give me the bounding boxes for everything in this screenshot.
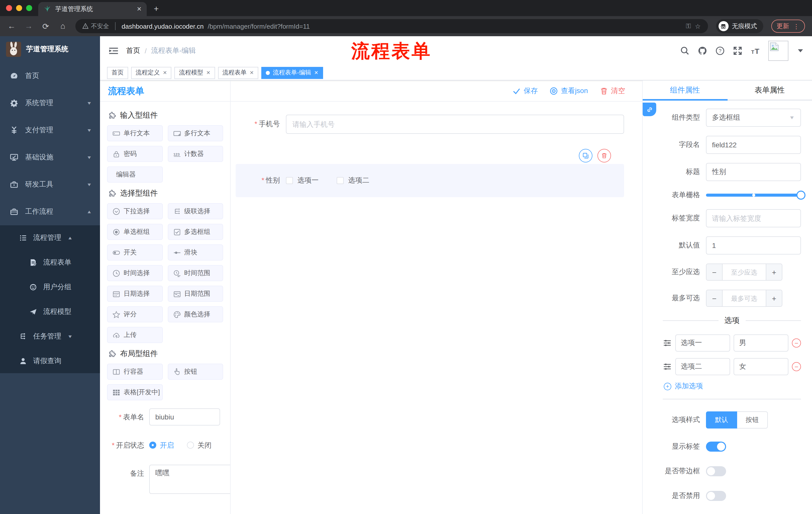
minimize-window-button[interactable] [16, 5, 22, 11]
palette-item-cascader[interactable]: 级联选择 [168, 203, 223, 219]
style-button-button[interactable]: 按钮 [737, 411, 768, 429]
palette-item-upload[interactable]: 上传 [107, 327, 163, 343]
back-icon[interactable]: ← [7, 22, 16, 31]
search-icon[interactable] [680, 46, 689, 55]
gender-option-2-checkbox[interactable]: 选项二 [337, 176, 369, 185]
component-type-select[interactable]: 多选框组 ▼ [706, 109, 801, 127]
save-button[interactable]: 保存 [513, 86, 538, 95]
tab-component-props[interactable]: 组件属性 [643, 80, 727, 100]
not-secure-warning[interactable]: 不安全 [82, 22, 109, 30]
palette-item-table[interactable]: 表格[开发中] [107, 384, 163, 400]
remove-option-button[interactable]: − [792, 339, 801, 348]
browser-tab[interactable]: 芋道管理系统 ✕ [38, 2, 147, 16]
sidebar-item-process-model[interactable]: 流程模型 [0, 299, 100, 324]
sidebar-item-workflow[interactable]: 工作流程 ▲ [0, 198, 100, 225]
help-icon[interactable]: ? [716, 46, 725, 55]
palette-item-date-range[interactable]: 日期范围 [168, 286, 223, 302]
font-size-icon[interactable]: TT [751, 46, 760, 55]
link-icon[interactable] [643, 103, 656, 116]
delete-widget-button[interactable] [598, 149, 611, 162]
password-key-icon[interactable]: ⚿ [686, 22, 691, 30]
tag-home[interactable]: 首页 [107, 66, 128, 79]
sidebar-item-task-mgmt[interactable]: 任务管理 ▼ [0, 324, 100, 349]
sidebar-collapse-icon[interactable] [109, 47, 118, 54]
palette-item-counter[interactable]: 123计数器 [168, 146, 223, 162]
breadcrumb-home[interactable]: 首页 [126, 46, 140, 55]
drag-handle-icon[interactable] [663, 339, 672, 348]
tag-process-definition[interactable]: 流程定义✕ [131, 66, 172, 79]
palette-item-time-picker[interactable]: 时间选择 [107, 265, 163, 281]
decrease-button[interactable]: − [706, 264, 723, 280]
palette-item-date-picker[interactable]: 日期选择 [107, 286, 163, 302]
sidebar-item-devtools[interactable]: 研发工具 ▼ [0, 171, 100, 198]
home-icon[interactable]: ⌂ [58, 22, 67, 31]
address-bar[interactable]: 不安全 dashboard.yudao.iocoder.cn/bpm/manag… [76, 19, 708, 33]
gender-field-widget-selected[interactable]: *性别 选项一 选项二 [236, 164, 624, 197]
zoom-window-button[interactable] [26, 5, 32, 11]
palette-item-editor[interactable]: 编辑器 [107, 166, 163, 183]
label-width-input[interactable] [706, 209, 801, 227]
forward-icon[interactable]: → [24, 22, 33, 31]
option-value-input[interactable] [734, 358, 788, 375]
copy-widget-button[interactable] [579, 149, 592, 162]
palette-item-switch[interactable]: 开关 [107, 244, 163, 261]
palette-item-radio-group[interactable]: 单选框组 [107, 224, 163, 240]
field-name-input[interactable] [706, 136, 801, 154]
title-input[interactable] [706, 163, 801, 181]
browser-menu-icon[interactable]: ⋮ [793, 22, 800, 30]
increase-button[interactable]: + [766, 290, 782, 306]
drag-handle-icon[interactable] [663, 362, 672, 371]
close-window-button[interactable] [6, 5, 12, 11]
avatar[interactable] [768, 41, 788, 61]
bookmark-star-icon[interactable]: ☆ [695, 22, 701, 30]
slider-thumb[interactable] [796, 191, 806, 200]
remove-option-button[interactable]: − [792, 362, 801, 371]
palette-item-slider[interactable]: 滑块 [168, 244, 223, 261]
tab-form-props[interactable]: 表单属性 [727, 80, 812, 100]
tag-process-form[interactable]: 流程表单✕ [218, 66, 259, 79]
sidebar-item-process-form[interactable]: 流程表单 [0, 250, 100, 275]
option-value-input[interactable] [734, 334, 788, 352]
palette-item-single-line-text[interactable]: 单行文本 [107, 125, 163, 141]
min-select-input[interactable] [723, 264, 766, 280]
tag-close-icon[interactable]: ✕ [314, 70, 318, 76]
increase-button[interactable]: + [766, 264, 782, 280]
tag-close-icon[interactable]: ✕ [250, 70, 254, 76]
sidebar-item-payment[interactable]: 支付管理 ▼ [0, 117, 100, 144]
add-option-button[interactable]: + 添加选项 [664, 382, 801, 391]
palette-item-row-container[interactable]: 行容器 [107, 363, 163, 380]
option-name-input[interactable] [675, 358, 730, 375]
palette-item-multi-line-text[interactable]: 多行文本 [168, 125, 223, 141]
sidebar-logo[interactable]: 芋道管理系统 [0, 36, 100, 62]
palette-item-color-picker[interactable]: 颜色选择 [168, 306, 223, 322]
avatar-caret-icon[interactable] [798, 49, 803, 52]
sidebar-item-leave-query[interactable]: 请假查询 [0, 349, 100, 373]
palette-item-password[interactable]: 密码 [107, 146, 163, 162]
tab-close-icon[interactable]: ✕ [137, 5, 142, 12]
palette-item-rate[interactable]: 评分 [107, 306, 163, 322]
sidebar-item-home[interactable]: 首页 [0, 62, 100, 89]
tag-close-icon[interactable]: ✕ [163, 70, 167, 76]
form-remark-textarea[interactable]: 嘿嘿 [149, 465, 230, 494]
phone-input[interactable] [286, 115, 624, 134]
option-name-input[interactable] [675, 334, 730, 352]
status-off-radio[interactable]: 关闭 [187, 437, 211, 454]
palette-item-time-range[interactable]: 时间范围 [168, 265, 223, 281]
tag-close-icon[interactable]: ✕ [206, 70, 210, 76]
style-default-button[interactable]: 默认 [706, 411, 737, 429]
sidebar-item-infra[interactable]: 基础设施 ▼ [0, 144, 100, 171]
view-json-button[interactable]: 查看json [550, 86, 588, 95]
reload-icon[interactable]: ⟳ [41, 21, 50, 31]
border-toggle[interactable] [706, 466, 726, 476]
chrome-update-button[interactable]: 更新 ⋮ [771, 20, 805, 33]
form-grid-slider[interactable] [706, 190, 801, 200]
sidebar-item-system[interactable]: 系统管理 ▼ [0, 89, 100, 117]
palette-item-button[interactable]: 按钮 [168, 363, 223, 380]
max-select-input[interactable] [723, 290, 766, 306]
palette-item-checkbox-group[interactable]: 多选框组 [168, 224, 223, 240]
phone-field-row[interactable]: *手机号 [236, 115, 624, 134]
sidebar-item-user-group[interactable]: 用户分组 [0, 275, 100, 299]
sidebar-item-process-mgmt[interactable]: 流程管理 ▲ [0, 225, 100, 250]
new-tab-button[interactable]: + [150, 2, 163, 16]
default-value-input[interactable] [706, 236, 801, 254]
